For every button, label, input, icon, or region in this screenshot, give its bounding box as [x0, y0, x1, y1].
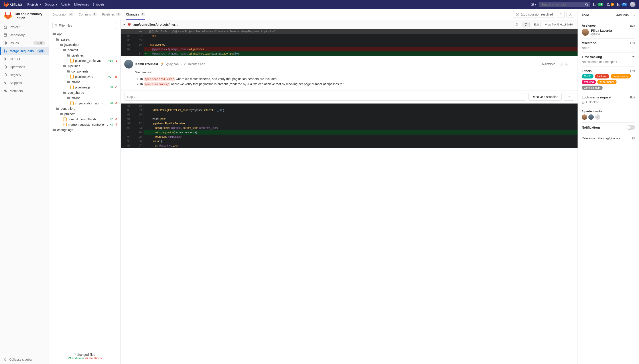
reply-input[interactable]: Reply… — [124, 93, 526, 101]
folder-pipelines[interactable]: pipelines — [51, 64, 119, 69]
file-pipelines.js[interactable]: pipelines.js+38-0 — [51, 85, 119, 90]
folder-projects[interactable]: projects — [51, 111, 119, 116]
assignee-edit[interactable]: Edit — [630, 24, 635, 27]
sidebar-count: 13,009 — [33, 41, 45, 45]
labels-edit[interactable]: Edit — [630, 70, 635, 73]
resolve-check-icon[interactable] — [559, 62, 563, 66]
issues-shortcut[interactable]: 49 — [593, 3, 603, 6]
folder-assets[interactable]: assets — [51, 37, 119, 42]
brand-logo[interactable]: GitLab — [4, 2, 22, 7]
folder-pipelines[interactable]: pipelines — [51, 53, 119, 58]
comment-avatar[interactable] — [124, 60, 133, 68]
folder-mixins[interactable]: mixins — [51, 95, 119, 101]
mr-shortcut[interactable]: 1 — [606, 3, 614, 6]
search-input[interactable] — [541, 3, 583, 6]
sidebar-item-repository[interactable]: Repository — [0, 31, 49, 39]
milestone-edit[interactable]: Edit — [630, 42, 635, 45]
copy-path-button[interactable] — [513, 22, 520, 27]
assignee-avatar[interactable] — [582, 28, 589, 36]
sidebar-item-members[interactable]: Members — [0, 87, 49, 95]
comment-author[interactable]: Kamil Trzciński — [135, 62, 158, 66]
copy-reference-button[interactable] — [632, 137, 635, 140]
notifications-toggle[interactable] — [626, 125, 635, 130]
file-pipelines.vue[interactable]: pipelines.vue+0-38 — [51, 74, 119, 79]
sidebar-item-label: Issues — [10, 41, 19, 45]
label-backend[interactable]: backend — [595, 74, 609, 78]
folder-mixins[interactable]: mixins — [51, 79, 119, 85]
nav-groups[interactable]: Groups▾ — [45, 3, 57, 6]
reference-value: gitlab-org/gitlab-ce… — [597, 136, 623, 140]
jump-next-discussion[interactable] — [557, 11, 565, 18]
assignee-name[interactable]: Filipa Lacerda — [591, 29, 612, 32]
nav-snippets[interactable]: Snippets — [93, 3, 105, 6]
jump-discussion-button[interactable] — [564, 93, 574, 101]
label-performance[interactable]: performance — [597, 80, 616, 84]
help-icon[interactable]: ?⃝ — [632, 55, 635, 59]
nav-activity[interactable]: Activity — [61, 3, 71, 6]
file-ci_pagination_api_mixi…[interactable]: ci_pagination_api_mixi…+8-1 — [51, 101, 119, 106]
next-icon — [559, 13, 563, 16]
more-icon[interactable]: ⋮ — [571, 62, 574, 66]
comment-handle[interactable]: @ayufan — [166, 62, 179, 66]
modified-icon — [63, 118, 67, 121]
svg-point-8 — [4, 42, 7, 44]
file-filter[interactable] — [52, 22, 117, 29]
tab-changes[interactable]: Changes7 — [126, 9, 145, 20]
emoji-icon[interactable] — [565, 62, 569, 66]
participant-avatar[interactable] — [595, 114, 600, 120]
participant-avatar[interactable] — [588, 114, 594, 120]
folder-controllers[interactable]: controllers — [51, 106, 119, 111]
view-file-button[interactable]: View file @ 6c189e30 — [543, 22, 575, 27]
todos-shortcut[interactable]: 43 — [617, 3, 627, 6]
modified-icon — [70, 86, 74, 89]
tab-pipelines[interactable]: Pipelines1 — [102, 9, 121, 20]
collapse-file-icon[interactable]: ▾ — [123, 23, 125, 26]
label-technical-debt[interactable]: technical debt — [582, 86, 603, 90]
sidebar-item-merge-requests[interactable]: Merge Requests721 — [0, 47, 49, 55]
next-icon — [567, 95, 571, 99]
folder-changelogs[interactable]: changelogs — [51, 127, 119, 132]
file-merge_requests_controller.rb[interactable]: merge_requests_controller.rb+2-1 — [51, 122, 119, 127]
new-dropdown[interactable]: ▾ — [531, 3, 536, 6]
sidebar-icon — [4, 65, 7, 69]
global-search[interactable] — [539, 2, 590, 7]
nav-milestones[interactable]: Milestones — [74, 3, 89, 6]
label-devops-verify[interactable]: devops:verify — [610, 74, 631, 78]
prev-icon — [568, 13, 572, 16]
resolve-discussion-button[interactable]: Resolve discussion — [528, 93, 562, 101]
nav-projects[interactable]: Projects▾ — [27, 3, 41, 6]
tab-discussion[interactable]: Discussion4 — [52, 9, 73, 20]
folder-app[interactable]: app — [51, 32, 119, 37]
add-todo-button[interactable]: Add todo — [614, 12, 631, 18]
chevron-down-icon: ▾ — [535, 3, 536, 6]
sidebar-item-label: Operations — [10, 65, 25, 69]
sidebar-item-operations[interactable]: Operations — [0, 63, 49, 71]
folder-vue_shared[interactable]: vue_shared — [51, 90, 119, 95]
sidebar-item-project[interactable]: Project — [0, 23, 49, 31]
expand-sidebar-icon[interactable]: » — [633, 13, 635, 17]
participant-avatar[interactable] — [582, 114, 587, 120]
label-frontend[interactable]: frontend — [582, 80, 596, 84]
file-pipelines_table.vue[interactable]: pipelines_table.vue+18-1 — [51, 58, 119, 64]
sidebar-item-registry[interactable]: Registry — [0, 71, 49, 79]
collapse-sidebar[interactable]: Collapse sidebar — [0, 355, 49, 364]
sidebar-item-ci-cd[interactable]: CI / CD — [0, 55, 49, 63]
sidebar-item-snippets[interactable]: Snippets — [0, 79, 49, 87]
tab-commits[interactable]: Commits1 — [79, 9, 97, 20]
folder-components[interactable]: components — [51, 69, 119, 74]
svg-point-1 — [585, 3, 587, 5]
file-filter-input[interactable] — [59, 24, 115, 27]
file-commit_controller.rb[interactable]: commit_controller.rb+2-1 — [51, 116, 119, 122]
gitlab-icon — [4, 2, 9, 7]
edit-file-button[interactable]: Edit — [532, 22, 541, 27]
user-avatar[interactable]: ▾ — [630, 2, 635, 7]
project-header[interactable]: GitLab Community Edition — [0, 9, 49, 23]
folder-javascripts[interactable]: javascripts — [51, 42, 119, 48]
sidebar-item-issues[interactable]: Issues13,009 — [0, 39, 49, 47]
toggle-comments-button[interactable] — [522, 22, 530, 27]
label-ci-cd[interactable]: CI/CD — [582, 74, 593, 78]
folder-commit[interactable]: commit — [51, 48, 119, 53]
jump-prev-discussion[interactable] — [566, 11, 574, 18]
folder-icon — [67, 70, 70, 73]
lock-edit[interactable]: Edit — [630, 96, 635, 99]
